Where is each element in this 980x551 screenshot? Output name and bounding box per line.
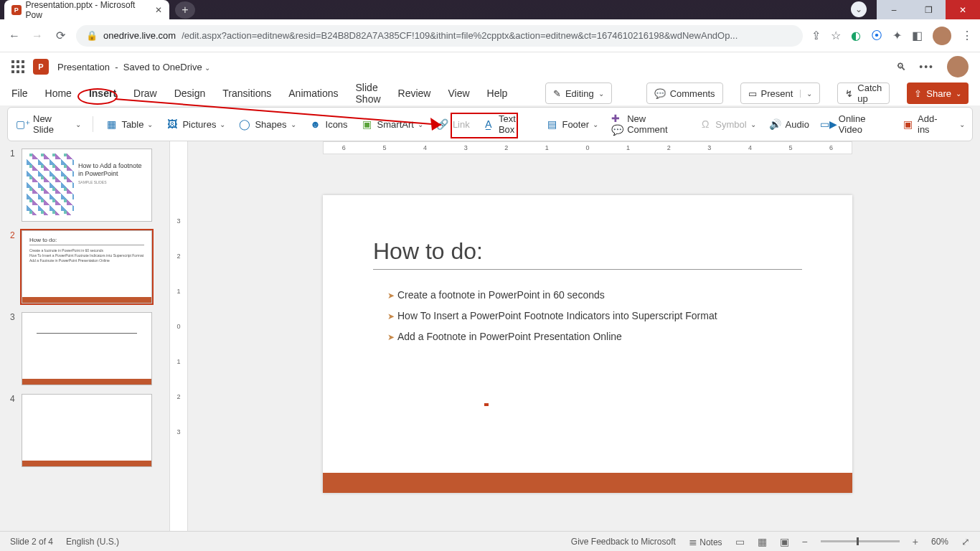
- extension-icon[interactable]: ◐: [851, 29, 861, 42]
- shapes-button[interactable]: ◯Shapes⌄: [237, 116, 297, 132]
- footer-button[interactable]: ▤Footer⌄: [544, 116, 600, 132]
- horizontal-ruler: 6543210123456: [323, 141, 852, 154]
- zoom-level[interactable]: 60%: [931, 537, 948, 547]
- new-tab-button[interactable]: +: [175, 1, 195, 19]
- smartart-icon: ▣: [361, 118, 374, 130]
- addins-icon: ▣: [902, 118, 914, 130]
- thumb-number: 1: [10, 149, 17, 222]
- decorative-cubes-icon: [27, 154, 74, 215]
- window-minimize-button[interactable]: –: [877, 0, 911, 19]
- thumb1-subtitle: SAMPLE SLIDES: [78, 180, 106, 184]
- addins-button[interactable]: ▣Add-ins: [900, 111, 949, 137]
- cast-icon[interactable]: ⦿: [871, 29, 882, 42]
- menu-insert[interactable]: Insert: [89, 85, 116, 102]
- app-launcher-icon[interactable]: [11, 60, 24, 73]
- thumbnail-slide-3[interactable]: [22, 312, 152, 385]
- reading-view-icon[interactable]: ▣: [780, 536, 789, 547]
- icons-button[interactable]: ☻Icons: [308, 116, 349, 132]
- thumb-number: 3: [10, 312, 17, 385]
- sorter-view-icon[interactable]: ▦: [758, 536, 767, 547]
- lock-icon: 🔒: [86, 30, 98, 41]
- browser-toolbar: ← → ⟳ 🔒 onedrive.live.com/edit.aspx?acti…: [0, 19, 980, 52]
- share-url-icon[interactable]: ⇪: [811, 29, 821, 42]
- list-item: How To Insert a PowerPoint Footnote Indi…: [397, 309, 717, 323]
- thumbnail-slide-1[interactable]: How to Add a footnote in PowerPointSAMPL…: [22, 149, 152, 222]
- new-slide-button[interactable]: ▢⁺New Slide⌄: [15, 111, 83, 137]
- window-close-button[interactable]: ✕: [946, 0, 980, 19]
- back-icon[interactable]: ←: [7, 29, 22, 42]
- audio-button[interactable]: 🔊Audio: [768, 116, 811, 132]
- bookmark-icon[interactable]: ☆: [831, 29, 841, 42]
- catchup-button[interactable]: ↯Catch up: [837, 83, 890, 104]
- menu-home[interactable]: Home: [45, 85, 72, 102]
- menu-file[interactable]: File: [11, 85, 28, 102]
- user-avatar[interactable]: [947, 56, 969, 77]
- list-item: Add a Footnote in PowerPoint Presentatio…: [397, 330, 622, 344]
- reload-icon[interactable]: ⟳: [53, 29, 67, 42]
- slide-title[interactable]: How to do:: [373, 238, 802, 270]
- zoom-out-icon[interactable]: −: [802, 536, 808, 547]
- zoom-slider[interactable]: [821, 540, 900, 542]
- pictures-button[interactable]: 🖼Pictures⌄: [164, 116, 227, 132]
- menu-view[interactable]: View: [448, 85, 469, 102]
- menu-slideshow[interactable]: Slide Show: [356, 79, 381, 108]
- editing-mode-button[interactable]: ✎Editing⌄: [545, 83, 612, 104]
- new-slide-icon: ▢⁺: [17, 118, 29, 130]
- status-bar: Slide 2 of 4 English (U.S.) Give Feedbac…: [0, 531, 980, 551]
- symbol-button: ΩSymbol⌄: [697, 116, 757, 132]
- fit-to-window-icon[interactable]: ⤢: [961, 536, 970, 547]
- slide-body[interactable]: ➤Create a footnote in PowerPoint in 60 s…: [387, 288, 795, 351]
- slide-counter[interactable]: Slide 2 of 4: [10, 537, 53, 547]
- menu-design[interactable]: Design: [174, 85, 206, 102]
- window-maximize-button[interactable]: ❐: [911, 0, 946, 19]
- menu-help[interactable]: Help: [487, 85, 508, 102]
- slide-accent-bar: [323, 473, 852, 493]
- smartart-button[interactable]: ▣SmartArt⌄: [359, 116, 425, 132]
- icons-icon: ☻: [309, 118, 322, 130]
- slide-canvas-area[interactable]: 6543210123456 How to do: ➤Create a footn…: [188, 141, 980, 551]
- normal-view-icon[interactable]: ▭: [735, 536, 745, 547]
- menu-animations[interactable]: Animations: [288, 85, 338, 102]
- language-status[interactable]: English (U.S.): [66, 537, 119, 547]
- active-slide[interactable]: How to do: ➤Create a footnote in PowerPo…: [323, 195, 852, 493]
- menu-icon[interactable]: ⋮: [961, 29, 973, 42]
- menu-draw[interactable]: Draw: [133, 85, 157, 102]
- browser-tab[interactable]: P Presentation.pptx - Microsoft Pow ✕: [4, 0, 169, 19]
- chevron-down-icon[interactable]: ⌄: [851, 1, 867, 17]
- slide-thumbnails: 1 How to Add a footnote in PowerPointSAM…: [0, 141, 169, 551]
- present-button[interactable]: ▭Present⌄: [740, 83, 821, 104]
- table-button[interactable]: ▦Table⌄: [103, 116, 154, 132]
- comment-icon: 💬: [654, 88, 666, 99]
- thumb1-title: How to Add a footnote in PowerPoint: [78, 162, 142, 177]
- sidepanel-icon[interactable]: ◧: [912, 29, 923, 42]
- bullet-icon: ➤: [387, 290, 395, 302]
- menu-transitions[interactable]: Transitions: [222, 85, 271, 102]
- thumb2-item: How To Insert a PowerPoint Footnote Indi…: [29, 253, 144, 258]
- ribbon-collapse-icon[interactable]: ⌄: [959, 121, 965, 128]
- tab-close-icon[interactable]: ✕: [155, 5, 162, 15]
- thumbnail-slide-2[interactable]: How to do: Create a footnote in PowerPoi…: [22, 230, 152, 303]
- online-video-button[interactable]: ▭▶Online Video: [821, 111, 890, 137]
- thumb2-item: Create a footnote in PowerPoint in 60 se…: [29, 248, 144, 253]
- profile-avatar[interactable]: [933, 27, 951, 45]
- new-comment-button[interactable]: ✚💬New Comment: [610, 111, 687, 137]
- menu-review[interactable]: Review: [398, 85, 431, 102]
- more-icon[interactable]: •••: [919, 61, 934, 72]
- notes-button[interactable]: ≣ Notes: [689, 536, 722, 547]
- address-bar[interactable]: 🔒 onedrive.live.com/edit.aspx?action=edi…: [76, 25, 803, 47]
- text-box-button[interactable]: A̲Text Box: [481, 111, 534, 137]
- document-title[interactable]: Presentation - Saved to OneDrive ⌄: [57, 62, 210, 72]
- extensions-icon[interactable]: ✦: [892, 29, 902, 42]
- zoom-in-icon[interactable]: +: [913, 536, 918, 547]
- share-button[interactable]: ⇧Share⌄: [907, 83, 969, 104]
- present-icon: ▭: [748, 88, 757, 99]
- footer-icon: ▤: [545, 118, 558, 130]
- powerpoint-icon: P: [11, 5, 22, 15]
- thumbnail-slide-4[interactable]: [22, 394, 152, 467]
- url-domain: onedrive.live.com: [103, 30, 176, 41]
- vertical-ruler: 3 2 1 0 1 2 3: [169, 141, 188, 551]
- comments-button[interactable]: 💬Comments: [646, 83, 723, 104]
- picture-icon: 🖼: [166, 118, 179, 130]
- feedback-link[interactable]: Give Feedback to Microsoft: [571, 537, 676, 547]
- search-icon[interactable]: 🔍︎: [896, 61, 906, 72]
